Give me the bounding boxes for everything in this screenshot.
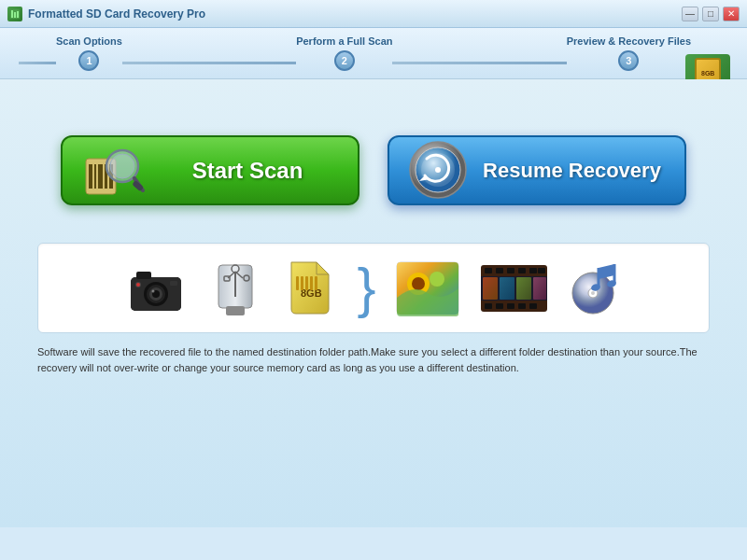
svg-point-69 [591, 291, 595, 295]
step-1-label: Scan Options [56, 35, 122, 47]
description-text: Software will save the recovered file to… [28, 344, 719, 375]
svg-rect-31 [226, 306, 245, 315]
svg-rect-2 [14, 12, 16, 18]
svg-rect-65 [516, 277, 531, 300]
svg-rect-59 [507, 303, 514, 309]
film-strip-icon [479, 260, 544, 316]
minimize-button[interactable]: — [682, 7, 698, 21]
step-1: Scan Options 1 [56, 35, 122, 71]
svg-rect-40 [296, 276, 299, 290]
usb-drive-icon [207, 258, 263, 318]
svg-rect-41 [301, 276, 303, 290]
step-3-circle: 3 [618, 50, 639, 71]
maximize-button[interactable]: □ [702, 7, 719, 21]
svg-rect-27 [170, 281, 177, 286]
svg-rect-55 [529, 268, 537, 273]
scan-icon [81, 140, 147, 201]
svg-rect-63 [483, 277, 498, 300]
svg-rect-56 [538, 268, 545, 273]
svg-rect-44 [315, 276, 317, 290]
resume-recovery-button[interactable]: Resume Recovery [388, 135, 686, 205]
start-scan-button[interactable]: Start Scan [61, 135, 359, 205]
resume-recovery-label: Resume Recovery [478, 159, 666, 183]
svg-rect-52 [496, 268, 503, 273]
svg-point-49 [430, 272, 444, 287]
step-3: Preview & Recovery Files 3 [567, 35, 691, 71]
svg-rect-61 [529, 303, 537, 309]
resume-icon [408, 140, 469, 201]
close-button[interactable]: ✕ [723, 7, 740, 21]
step-line-pre [19, 62, 56, 64]
svg-rect-58 [496, 303, 503, 309]
music-icon [563, 260, 624, 316]
svg-rect-7 [98, 164, 103, 189]
svg-rect-51 [485, 268, 492, 273]
step-line-1 [122, 62, 296, 64]
svg-point-29 [136, 283, 140, 287]
camera-icon [123, 260, 189, 316]
bracket-icon: } [357, 260, 375, 316]
app-icon [7, 7, 22, 21]
window-controls: — □ ✕ [682, 7, 740, 21]
svg-rect-66 [533, 277, 546, 300]
main-content: Start Scan [0, 79, 747, 527]
svg-point-18 [435, 167, 441, 173]
svg-point-26 [152, 289, 155, 292]
photo-icon [395, 260, 460, 316]
step-2-label: Perform a Full Scan [296, 35, 392, 47]
svg-rect-53 [507, 268, 514, 273]
start-scan-label: Start Scan [156, 158, 339, 184]
title-bar: Formatted SD Card Recovery Pro — □ ✕ [0, 0, 747, 28]
svg-point-11 [110, 154, 134, 178]
step-3-label: Preview & Recovery Files [567, 35, 691, 47]
steps-container: Scan Options 1 Perform a Full Scan 2 Pre… [19, 35, 728, 71]
step-2: Perform a Full Scan 2 [296, 35, 392, 71]
svg-rect-60 [518, 303, 526, 309]
buttons-row: Start Scan [28, 135, 719, 205]
svg-rect-3 [17, 11, 19, 18]
step-1-circle: 1 [78, 50, 99, 71]
svg-rect-6 [94, 164, 96, 189]
app-title: Formatted SD Card Recovery Pro [28, 7, 205, 21]
icons-panel: 8GB } [37, 243, 710, 333]
svg-rect-43 [310, 276, 313, 290]
svg-point-48 [412, 277, 425, 290]
step-2-circle: 2 [334, 50, 355, 71]
svg-rect-21 [136, 272, 151, 279]
step-line-2 [392, 62, 566, 64]
svg-rect-64 [500, 277, 514, 300]
steps-bar: Scan Options 1 Perform a Full Scan 2 Pre… [0, 28, 747, 79]
svg-rect-42 [305, 276, 308, 290]
svg-rect-54 [518, 268, 526, 273]
svg-rect-57 [485, 303, 492, 309]
sd-card-icon: 8GB [282, 258, 338, 318]
svg-rect-1 [11, 10, 13, 18]
svg-rect-5 [89, 164, 92, 189]
